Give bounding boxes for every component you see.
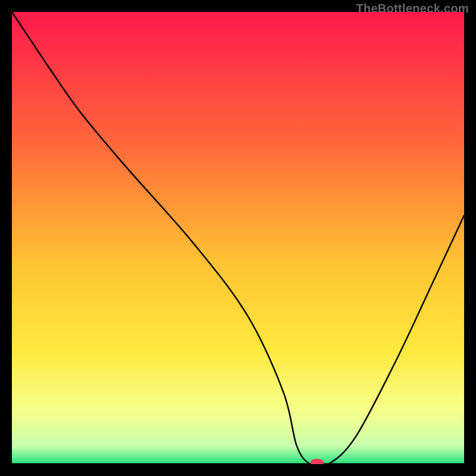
- chart-frame: TheBottleneck.com: [0, 0, 476, 476]
- plot-background: [12, 12, 464, 464]
- chart-svg: [12, 12, 464, 464]
